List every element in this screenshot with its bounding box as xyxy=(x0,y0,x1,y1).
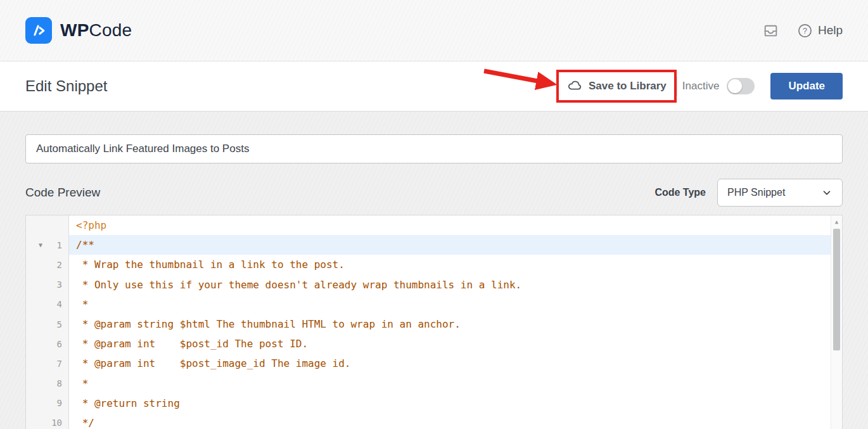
line-number: 2 xyxy=(26,255,69,274)
code-text: * @param int $post_image_id The image id… xyxy=(69,354,842,373)
code-text: * @return string xyxy=(69,394,842,413)
fold-arrow-icon[interactable]: ▼ xyxy=(39,241,42,248)
svg-text:?: ? xyxy=(803,26,807,35)
update-button[interactable]: Update xyxy=(770,73,843,99)
code-text: * @param int $post_id The post ID. xyxy=(69,334,842,354)
code-line[interactable]: 6 * @param int $post_id The post ID. xyxy=(26,334,842,354)
line-number: 5 xyxy=(26,314,69,334)
code-text: */ xyxy=(69,413,842,429)
line-number-text: 1 xyxy=(57,240,62,250)
code-lines: <?php▼1/**2 * Wrap the thumbnail in a li… xyxy=(26,215,842,429)
code-line[interactable]: 9 * @return string xyxy=(26,394,842,413)
inbox-tray-icon[interactable] xyxy=(763,23,779,39)
brand-text-light: Code xyxy=(89,20,132,40)
chevron-down-icon xyxy=(821,187,833,198)
code-text: <?php xyxy=(69,215,842,235)
help-button[interactable]: ? Help xyxy=(798,23,843,38)
line-number: 9 xyxy=(26,394,69,413)
line-number-text: 2 xyxy=(57,260,62,270)
edit-snippet-bar: Edit Snippet Save to Library Inactive Up… xyxy=(0,61,868,112)
save-to-library-label: Save to Library xyxy=(589,80,667,93)
code-text: * Only use this if your theme doesn't al… xyxy=(69,275,842,295)
header-right: ? Help xyxy=(763,23,843,39)
line-number-text: 10 xyxy=(51,418,62,428)
line-number-text: 9 xyxy=(57,398,62,408)
code-line[interactable]: <?php xyxy=(26,215,842,235)
code-line[interactable]: 8 * xyxy=(26,374,842,394)
line-number: 6 xyxy=(26,334,69,354)
question-circle-icon: ? xyxy=(798,23,812,38)
code-type-value: PHP Snippet xyxy=(727,187,785,198)
code-type-group: Code Type PHP Snippet xyxy=(654,179,843,207)
brand-text: WPCode xyxy=(60,22,132,39)
code-text: * @param string $html The thumbnail HTML… xyxy=(69,314,842,334)
line-number: 7 xyxy=(26,354,69,373)
line-number-text: 7 xyxy=(57,359,62,369)
editor-scrollbar: ▲ xyxy=(831,215,842,429)
save-to-library-button[interactable]: Save to Library xyxy=(566,78,667,94)
code-text: * Wrap the thumbnail in a link to the po… xyxy=(69,255,842,274)
line-number: 4 xyxy=(26,295,69,314)
toggle-knob xyxy=(728,79,742,93)
code-text: * xyxy=(69,374,842,394)
line-number xyxy=(26,215,69,235)
edit-actions: Save to Library Inactive Update xyxy=(556,70,843,103)
code-line[interactable]: 7 * @param int $post_image_id The image … xyxy=(26,354,842,373)
vertical-divider xyxy=(677,77,677,96)
code-line[interactable]: 3 * Only use this if your theme doesn't … xyxy=(26,275,842,295)
brand-text-bold: WP xyxy=(60,20,89,40)
line-number: 10 xyxy=(26,413,69,429)
content-area: Code Preview Code Type PHP Snippet <?php… xyxy=(0,112,868,429)
scrollbar-thumb[interactable] xyxy=(833,229,840,350)
wpcode-logo[interactable]: WPCode xyxy=(25,17,132,44)
code-preview-label: Code Preview xyxy=(25,186,100,200)
help-label: Help xyxy=(818,23,843,37)
code-editor[interactable]: <?php▼1/**2 * Wrap the thumbnail in a li… xyxy=(25,215,843,429)
line-number-text: 6 xyxy=(57,339,62,349)
annotation-red-box: Save to Library xyxy=(556,70,677,103)
code-line[interactable]: 5 * @param string $html The thumbnail HT… xyxy=(26,314,842,334)
line-number-text: 8 xyxy=(57,378,62,388)
line-number: ▼1 xyxy=(26,235,69,255)
wpcode-logo-icon xyxy=(25,17,52,44)
line-number: 8 xyxy=(26,374,69,394)
page-title: Edit Snippet xyxy=(25,77,107,95)
line-number-text: 4 xyxy=(57,299,62,309)
code-text: /** xyxy=(69,235,842,255)
scrollbar-up-icon[interactable]: ▲ xyxy=(831,215,842,227)
status-label: Inactive xyxy=(682,80,720,93)
code-line[interactable]: ▼1/** xyxy=(26,235,842,255)
line-number-text: 3 xyxy=(57,279,62,290)
code-type-select[interactable]: PHP Snippet xyxy=(717,179,843,207)
code-line[interactable]: 4 * xyxy=(26,295,842,314)
code-header-row: Code Preview Code Type PHP Snippet xyxy=(25,179,843,207)
line-number: 3 xyxy=(26,275,69,295)
cloud-icon xyxy=(566,78,583,94)
line-number-text: 5 xyxy=(57,319,62,330)
snippet-title-input[interactable] xyxy=(25,134,843,163)
top-header: WPCode ? Help xyxy=(0,0,868,61)
code-text: * xyxy=(69,295,842,314)
code-type-label: Code Type xyxy=(654,187,706,198)
status-toggle[interactable] xyxy=(727,78,755,94)
code-line[interactable]: 2 * Wrap the thumbnail in a link to the … xyxy=(26,255,842,274)
code-line[interactable]: 10 */ xyxy=(26,413,842,429)
